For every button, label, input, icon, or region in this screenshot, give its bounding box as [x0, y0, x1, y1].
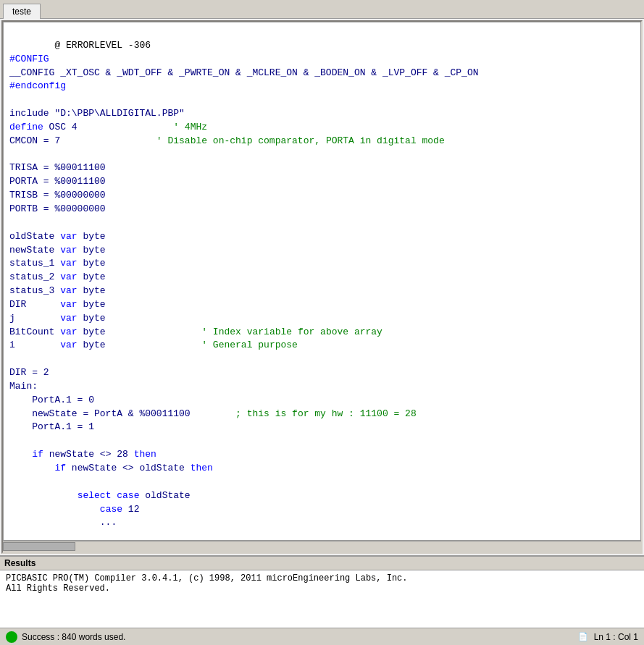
- status-left: Success : 840 words used.: [6, 631, 125, 643]
- code-content: @ ERRORLEVEL -306 #CONFIG __CONFIG _XT_O…: [4, 22, 640, 541]
- line-case12: case 12: [9, 504, 139, 515]
- line-dir-val: DIR = 2: [9, 367, 49, 378]
- line-endconfig: #endconfig: [9, 80, 66, 91]
- line-if-newstate: if newState <> 28 then: [9, 449, 156, 460]
- line-include: include "D:\PBP\ALLDIGITAL.PBP": [9, 108, 185, 119]
- editor-tab[interactable]: teste: [3, 4, 41, 19]
- line-status3: status_3 var byte: [9, 285, 106, 296]
- scrollbar-thumb[interactable]: [3, 542, 75, 551]
- line-status2: status_2 var byte: [9, 271, 106, 282]
- results-line2: All Rights Reserved.: [6, 583, 638, 594]
- results-line1: PICBASIC PRO(TM) Compiler 3.0.4.1, (c) 1…: [6, 573, 638, 583]
- line-j: j var byte: [9, 313, 106, 324]
- line-oldstate: oldState var byte: [9, 231, 106, 242]
- results-header: Results: [0, 557, 644, 570]
- status-position: Ln 1 : Col 1: [594, 632, 638, 642]
- line-config: #CONFIG: [9, 54, 49, 64]
- results-panel: Results PICBASIC PRO(TM) Compiler 3.0.4.…: [0, 555, 644, 628]
- line-main: Main:: [9, 381, 38, 392]
- line-i: i var byte ' General purpose: [9, 340, 298, 350]
- scrollbar-track[interactable]: [3, 541, 641, 552]
- line-portb: PORTB = %00000000: [9, 203, 106, 214]
- line-select: select case oldState: [9, 490, 191, 501]
- line-porta: PORTA = %00011100: [9, 176, 106, 187]
- status-bar: Success : 840 words used. 📄 Ln 1 : Col 1: [0, 628, 644, 645]
- editor-scroll-area[interactable]: @ ERRORLEVEL -306 #CONFIG __CONFIG _XT_O…: [3, 22, 641, 541]
- line-config-settings: __CONFIG _XT_OSC & _WDT_OFF & _PWRTE_ON …: [9, 67, 479, 78]
- line-porta1-1: PortA.1 = 1: [9, 421, 94, 432]
- results-content: PICBASIC PRO(TM) Compiler 3.0.4.1, (c) 1…: [0, 570, 644, 628]
- success-icon: [6, 631, 17, 643]
- editor-wrapper: @ ERRORLEVEL -306 #CONFIG __CONFIG _XT_O…: [1, 20, 643, 554]
- line-trisa: TRISA = %00011100: [9, 162, 106, 173]
- horizontal-scrollbar[interactable]: [3, 541, 641, 552]
- line-define: define OSC 4 ' 4MHz: [9, 122, 207, 132]
- line-dir: DIR var byte: [9, 299, 106, 310]
- line-more: ...: [9, 517, 117, 528]
- document-icon: 📄: [578, 632, 588, 641]
- line-porta1-0: PortA.1 = 0: [9, 395, 94, 405]
- line-errorlevel: @ ERRORLEVEL -306: [54, 40, 151, 51]
- line-newstate-assign: newState = PortA & %00011100 ; this is f…: [9, 408, 417, 419]
- line-if-nested: if newState <> oldState then: [9, 463, 213, 473]
- line-newstate: newState var byte: [9, 245, 106, 256]
- line-cmcon: CMCON = 7 ' Disable on-chip comparator, …: [9, 135, 445, 146]
- line-bitcount: BitCount var byte ' Index variable for a…: [9, 326, 382, 337]
- status-success-text: Success : 840 words used.: [22, 632, 125, 642]
- line-status1: status_1 var byte: [9, 258, 106, 269]
- status-right: 📄 Ln 1 : Col 1: [578, 632, 638, 642]
- tab-bar: teste: [0, 0, 644, 19]
- line-trisb: TRISB = %00000000: [9, 190, 106, 201]
